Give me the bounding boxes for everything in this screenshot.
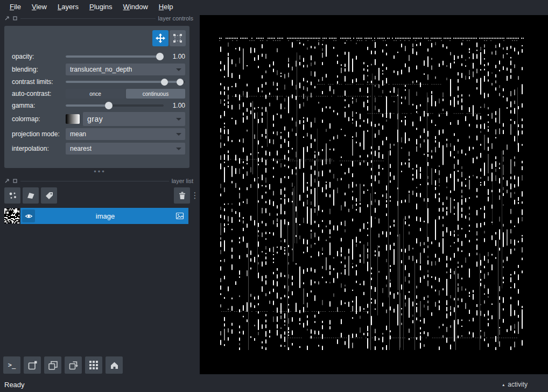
slider-fill	[66, 55, 164, 58]
opacity-slider[interactable]	[66, 52, 164, 61]
transpose-icon	[68, 360, 79, 370]
slider-fill	[66, 104, 109, 107]
chevron-down-icon	[176, 148, 181, 150]
auto-contrast-label: auto-contrast:	[12, 90, 66, 97]
float-dock-icon[interactable]	[4, 178, 10, 184]
opacity-row: opacity: 1.00	[12, 51, 185, 62]
contrast-limits-row: contrast limits:	[12, 76, 185, 88]
grid-icon	[89, 360, 99, 370]
dock-resize-handle[interactable]: •••	[0, 169, 200, 174]
layer-controls-panel: opacity: 1.00 blending: translucent_no_d…	[4, 26, 189, 168]
layer-list-toolbar: ⋮	[4, 187, 200, 204]
layers-stack-icon	[48, 360, 58, 370]
layer-controls-title: layer controls	[158, 15, 193, 22]
ndisplay-icon	[27, 360, 38, 370]
roll-dimensions-button[interactable]	[44, 356, 61, 374]
status-bar: Ready ▴ activity	[0, 377, 548, 392]
autocontrast-continuous-button[interactable]: continuous	[126, 89, 185, 99]
layer-controls-dock-header: layer controls	[4, 14, 193, 23]
projection-mode-row: projection mode: mean	[12, 128, 185, 140]
hide-dock-icon[interactable]	[12, 178, 18, 184]
layer-thumbnail[interactable]	[4, 208, 19, 223]
gamma-value: 1.00	[167, 102, 185, 109]
left-panel: layer controls	[0, 13, 200, 377]
pan-arrows-icon	[155, 33, 166, 44]
interpolation-dropdown[interactable]: nearest	[66, 143, 185, 155]
opacity-control: 1.00	[66, 52, 185, 61]
caret-up-icon: ▴	[502, 382, 504, 387]
layer-name: image	[35, 212, 175, 220]
chevron-down-icon	[176, 118, 181, 121]
mode-buttons	[152, 30, 186, 46]
home-icon	[109, 360, 120, 370]
chevron-down-icon	[176, 68, 181, 71]
blending-row: blending: translucent_no_depth	[12, 64, 185, 75]
slider-handle[interactable]	[105, 102, 113, 109]
activity-label: activity	[508, 381, 528, 388]
gamma-label: gamma:	[12, 102, 66, 109]
blending-value: translucent_no_depth	[70, 66, 132, 73]
menu-plugins[interactable]: Plugins	[84, 2, 118, 12]
new-shapes-layer-button[interactable]	[23, 187, 39, 204]
menu-help[interactable]: Help	[153, 2, 179, 12]
float-dock-icon[interactable]	[4, 16, 10, 21]
menu-window[interactable]: Window	[118, 2, 153, 12]
more-options-icon[interactable]: ⋮	[190, 191, 200, 200]
menu-view[interactable]: View	[26, 2, 52, 12]
new-points-layer-button[interactable]	[4, 187, 20, 204]
contrast-min-handle[interactable]	[161, 79, 168, 86]
eye-icon	[25, 212, 33, 220]
viewer-canvas-area	[200, 13, 548, 377]
menu-file[interactable]: File	[4, 2, 26, 12]
labels-tag-icon	[45, 191, 54, 200]
hide-dock-icon[interactable]	[12, 16, 18, 21]
contrast-limits-range-slider[interactable]	[66, 78, 185, 86]
viewer-canvas[interactable]	[200, 15, 548, 374]
transpose-dimensions-button[interactable]	[65, 356, 82, 374]
transform-mode-button[interactable]	[170, 30, 186, 46]
points-icon	[8, 191, 17, 200]
viewer-toolbar: >_	[3, 356, 123, 374]
status-text: Ready	[4, 381, 25, 389]
home-reset-view-button[interactable]	[106, 356, 123, 374]
layer-list-title: layer list	[172, 178, 193, 184]
pan-zoom-mode-button[interactable]	[152, 30, 168, 46]
selected-layer-item[interactable]: image	[20, 208, 188, 224]
projection-mode-value: mean	[70, 130, 86, 138]
blending-label: blending:	[12, 66, 66, 73]
colormap-dropdown[interactable]: gray	[83, 112, 185, 126]
slider-handle[interactable]	[156, 53, 164, 60]
image-layer-type-icon	[175, 212, 185, 220]
layer-row[interactable]: image	[4, 208, 188, 224]
blending-dropdown[interactable]: translucent_no_depth	[66, 64, 185, 75]
grid-mode-button[interactable]	[85, 356, 102, 374]
ndisplay-toggle-button[interactable]	[24, 356, 41, 374]
contrast-limits-label: contrast limits:	[12, 78, 66, 86]
opacity-value: 1.00	[167, 53, 185, 60]
projection-mode-dropdown[interactable]: mean	[66, 128, 185, 140]
new-labels-layer-button[interactable]	[41, 187, 57, 204]
colormap-value: gray	[87, 115, 103, 123]
opacity-label: opacity:	[12, 53, 66, 60]
transform-icon	[173, 33, 182, 43]
activity-button[interactable]: ▴ activity	[502, 381, 528, 388]
interpolation-row: interpolation: nearest	[12, 143, 185, 155]
gamma-slider[interactable]	[66, 101, 164, 110]
interpolation-label: interpolation:	[12, 145, 66, 152]
delete-layer-button[interactable]	[174, 187, 190, 204]
autocontrast-once-button[interactable]: once	[66, 89, 125, 99]
console-icon: >_	[8, 361, 16, 369]
layer-visibility-button[interactable]	[22, 209, 35, 222]
dock-separator-line	[20, 18, 156, 19]
menu-bar: File View Layers Plugins Window Help	[0, 0, 548, 13]
interpolation-value: nearest	[70, 145, 92, 152]
napari-window: File View Layers Plugins Window Help lay…	[0, 0, 548, 392]
menu-layers[interactable]: Layers	[52, 2, 84, 12]
chevron-down-icon	[176, 133, 181, 136]
colormap-row: colormap: gray	[12, 113, 185, 125]
dock-separator-line	[20, 181, 169, 181]
projection-mode-label: projection mode:	[12, 130, 66, 138]
contrast-max-handle[interactable]	[177, 79, 184, 86]
console-button[interactable]: >_	[3, 356, 20, 374]
colormap-swatch[interactable]	[66, 114, 80, 124]
